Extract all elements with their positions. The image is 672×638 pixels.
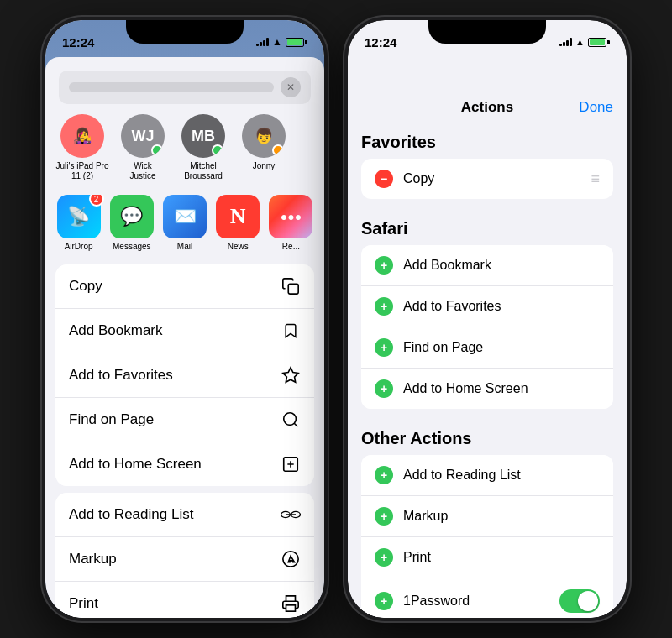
other-1password-row[interactable]: + 1Password: [361, 578, 613, 618]
safari-bookmark-row[interactable]: + Add Bookmark: [361, 245, 613, 286]
svg-rect-11: [286, 605, 296, 611]
safari-section-header: Safari: [348, 212, 627, 242]
plus-icon-print[interactable]: +: [375, 548, 393, 567]
status-icons-1: ▲: [256, 36, 307, 48]
airdrop-badge: 2: [89, 195, 104, 207]
avatar-jonny: 👦: [242, 114, 286, 158]
notch-2: [428, 20, 546, 44]
plus-icon-bookmark[interactable]: +: [375, 256, 393, 275]
orange-dot-jonny: [272, 144, 284, 156]
action-find[interactable]: Find on Page: [55, 398, 314, 442]
print-icon: [281, 594, 301, 614]
other-readinglist-label: Add to Reading List: [403, 468, 600, 483]
other-readinglist-row[interactable]: + Add to Reading List: [361, 455, 613, 496]
contact-jonny[interactable]: 👦 Jonny: [234, 114, 294, 181]
safari-bookmark-label: Add Bookmark: [403, 258, 600, 273]
more-icon: ●●●: [269, 195, 312, 238]
name-jonny: Jonny: [253, 161, 276, 171]
apps-row: 📡 2 AirDrop 💬 Messages: [45, 195, 324, 251]
favorites-list: − Copy ≡: [361, 159, 613, 199]
plus-icon-favorites[interactable]: +: [375, 297, 393, 316]
other-markup-row[interactable]: + Markup: [361, 496, 613, 537]
signal-icon: [256, 38, 269, 46]
emoji-juli: 👩‍🎤: [73, 127, 92, 145]
plus-icon-markup[interactable]: +: [375, 507, 393, 526]
done-button[interactable]: Done: [579, 99, 613, 116]
action-readinglist[interactable]: Add to Reading List: [55, 493, 314, 537]
copy-label: Copy: [69, 278, 281, 295]
plus-icon-homescreen[interactable]: +: [375, 379, 393, 398]
safari-favorites-row[interactable]: + Add to Favorites: [361, 286, 613, 327]
wifi-icon: ▲: [272, 36, 282, 48]
action-markup[interactable]: Markup: [55, 537, 314, 582]
plus-icon-1password[interactable]: +: [375, 592, 393, 610]
time-1: 12:24: [62, 35, 94, 50]
favorites-copy-row[interactable]: − Copy ≡: [361, 159, 613, 199]
other-print-label: Print: [403, 550, 600, 565]
avatar-mb: MB: [181, 114, 225, 158]
more-label: Re...: [282, 242, 300, 251]
actions-title: Actions: [461, 99, 513, 116]
notch-1: [126, 20, 244, 44]
contact-juli[interactable]: 👩‍🎤 Juli's iPad Pro11 (2): [52, 114, 113, 181]
mail-label: Mail: [177, 242, 192, 251]
green-dot-mb: [212, 144, 223, 156]
green-dot-wj: [151, 144, 163, 156]
messages-label: Messages: [113, 242, 151, 251]
svg-point-10: [283, 552, 298, 567]
bookmark-icon: [281, 321, 301, 341]
plus-icon-find[interactable]: +: [375, 338, 393, 357]
initials-wj: WJ: [132, 128, 155, 145]
airdrop-label: AirDrop: [65, 242, 93, 251]
url-area[interactable]: ✕: [59, 71, 311, 104]
url-bar: [69, 82, 274, 92]
safari-list: + Add Bookmark + Add to Favorites + Find…: [361, 245, 613, 409]
action-print[interactable]: Print: [55, 582, 314, 618]
safari-find-row[interactable]: + Find on Page: [361, 327, 613, 369]
favorites-icon: [281, 365, 301, 385]
plus-icon-readinglist[interactable]: +: [375, 466, 393, 484]
signal-icon-2: [559, 38, 572, 46]
battery-icon-2: [588, 38, 610, 47]
actions-header: Actions Done: [348, 57, 627, 126]
app-news[interactable]: N News: [212, 195, 265, 251]
action-copy[interactable]: Copy: [55, 264, 314, 309]
app-airdrop[interactable]: 📡 2 AirDrop: [52, 195, 105, 251]
initials-mb: MB: [192, 128, 215, 145]
action-favorites[interactable]: Add to Favorites: [55, 353, 314, 398]
copy-icon: [281, 276, 301, 296]
app-more[interactable]: ●●● Re...: [265, 195, 318, 251]
app-mail[interactable]: ✉️ Mail: [158, 195, 211, 251]
handle-copy: ≡: [591, 170, 600, 188]
app-messages[interactable]: 💬 Messages: [105, 195, 158, 251]
markup-label: Markup: [69, 551, 281, 567]
safari-homescreen-label: Add to Home Screen: [403, 381, 600, 396]
contact-wj[interactable]: WJ WickJustice: [113, 114, 173, 181]
toggle-1password[interactable]: [559, 589, 600, 613]
favorites-section-header: Favorites: [348, 126, 627, 155]
find-icon: [281, 410, 301, 430]
name-wj: WickJustice: [129, 161, 155, 181]
airdrop-symbol: 📡: [67, 206, 90, 227]
other-1password-label: 1Password: [403, 594, 559, 609]
action-bookmark[interactable]: Add Bookmark: [55, 309, 314, 353]
messages-symbol: 💬: [120, 206, 143, 227]
safari-homescreen-row[interactable]: + Add to Home Screen: [361, 369, 613, 409]
action-homescreen[interactable]: Add to Home Screen: [55, 442, 314, 486]
minus-icon-copy[interactable]: −: [375, 170, 393, 188]
more-symbol: ●●●: [281, 210, 302, 223]
other-section-header: Other Actions: [348, 422, 627, 452]
news-icon: N: [216, 195, 260, 238]
contacts-row: 👩‍🎤 Juli's iPad Pro11 (2) WJ WickJustice: [45, 114, 324, 181]
share-sheet: ✕ 👩‍🎤 Juli's iPad Pro11 (2) WJ: [45, 57, 324, 618]
mail-icon: ✉️: [163, 195, 207, 238]
contact-mb[interactable]: MB MitchelBroussard: [173, 114, 234, 181]
other-print-row[interactable]: + Print: [361, 537, 613, 578]
close-button[interactable]: ✕: [281, 77, 301, 97]
svg-rect-0: [288, 284, 298, 294]
readinglist-label: Add to Reading List: [69, 506, 281, 523]
print-label: Print: [69, 595, 281, 612]
status-icons-2: ▲: [559, 37, 610, 47]
other-markup-label: Markup: [403, 509, 600, 524]
avatar-wj: WJ: [121, 114, 165, 158]
